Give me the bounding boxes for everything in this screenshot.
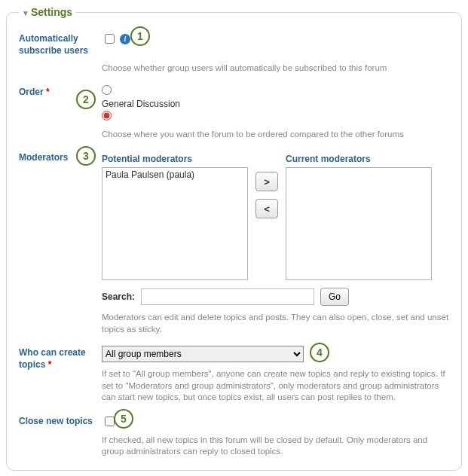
current-listbox[interactable] <box>286 167 432 280</box>
current-column: Current moderators <box>286 154 432 280</box>
label-order: Order * <box>19 85 102 99</box>
mod-buttons: > < <box>255 154 278 280</box>
help-who: If set to "All group members", anyone ca… <box>102 368 449 404</box>
help-order: Choose where you want the forum to be or… <box>102 129 449 141</box>
label-who: Who can create topics * <box>19 346 102 371</box>
required-star: * <box>46 87 50 97</box>
label-moderators: Moderators <box>19 151 102 164</box>
add-moderator-button[interactable]: > <box>255 172 278 191</box>
label-close: Close new topics <box>19 414 102 428</box>
row-who: Who can create topics * All group member… <box>19 346 449 404</box>
required-star: * <box>48 359 52 370</box>
field-subscribe: i 1 Choose whether group users will auto… <box>102 32 449 75</box>
order-radio-gd[interactable] <box>102 111 112 121</box>
label-subscribe: Automatically subscribe users <box>19 32 102 56</box>
callout-1: 1 <box>130 26 150 46</box>
potential-listbox[interactable]: Paula Paulsen (paula) <box>102 167 248 280</box>
search-label: Search: <box>102 291 135 302</box>
potential-column: Potential moderators Paula Paulsen (paul… <box>102 154 248 280</box>
label-order-text: Order <box>19 87 44 97</box>
chevron-down-icon: ▼ <box>22 9 29 17</box>
help-subscribe: Choose whether group users will automati… <box>102 63 449 75</box>
list-item[interactable]: Paula Paulsen (paula) <box>106 169 244 180</box>
order-option-general: General Discussion <box>102 99 449 109</box>
row-order: Order * 2 General Discussion Choose wher… <box>19 85 449 141</box>
settings-legend: ▼Settings <box>19 6 75 18</box>
field-who: All group members 4 If set to "All group… <box>102 346 449 404</box>
help-moderators: Moderators can edit and delete topics an… <box>102 312 449 335</box>
help-close: If checked, all new topics in this forum… <box>102 435 449 458</box>
row-moderators: Moderators 3 Potential moderators Paula … <box>19 151 449 335</box>
remove-moderator-button[interactable]: < <box>255 199 278 218</box>
order-radio-top[interactable] <box>102 85 112 95</box>
subscribe-checkbox[interactable] <box>105 34 115 44</box>
callout-5: 5 <box>114 409 133 429</box>
current-title: Current moderators <box>286 154 432 164</box>
legend-text: Settings <box>31 6 72 18</box>
go-button[interactable]: Go <box>320 288 349 306</box>
field-moderators: 3 Potential moderators Paula Paulsen (pa… <box>102 151 449 335</box>
field-order: 2 General Discussion Choose where you wa… <box>102 85 449 141</box>
callout-4: 4 <box>310 343 329 362</box>
search-row: Search: Go <box>102 288 449 306</box>
row-close: Close new topics 5 If checked, all new t… <box>19 414 449 458</box>
search-input[interactable] <box>141 288 314 305</box>
info-icon[interactable]: i <box>120 34 130 44</box>
label-who-text: Who can create topics <box>19 347 86 370</box>
field-close: 5 If checked, all new topics in this for… <box>102 414 449 458</box>
who-select[interactable]: All group members <box>102 346 304 362</box>
close-checkbox[interactable] <box>105 416 115 426</box>
row-subscribe: Automatically subscribe users i 1 Choose… <box>19 32 449 75</box>
potential-title: Potential moderators <box>102 154 248 164</box>
settings-fieldset: ▼Settings Automatically subscribe users … <box>6 6 462 471</box>
